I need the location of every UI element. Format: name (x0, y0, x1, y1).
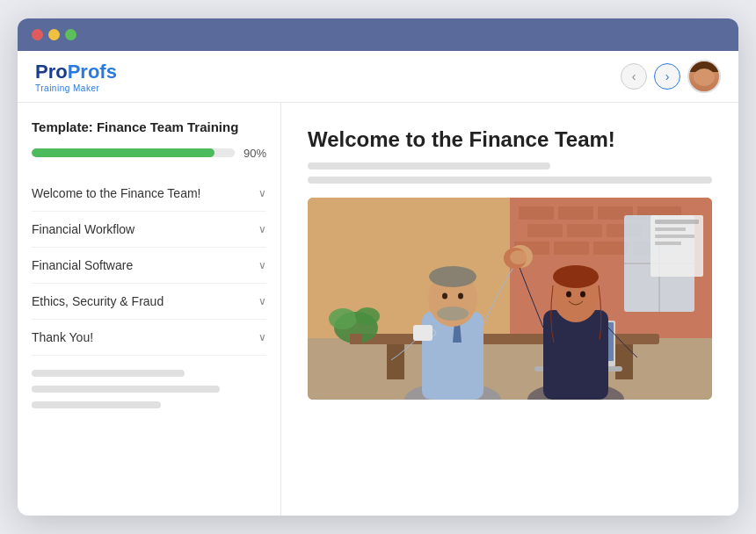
content-line-1 (308, 162, 550, 170)
sidebar-item-thank-you[interactable]: Thank You! ∨ (32, 320, 266, 356)
sidebar-item-financial-workflow[interactable]: Financial Workflow ∨ (32, 212, 266, 248)
content-line-2 (308, 177, 712, 184)
sidebar-item-label-welcome: Welcome to the Finance Team! (32, 186, 200, 200)
back-icon: ‹ (632, 69, 636, 83)
chevron-down-icon-2: ∨ (258, 223, 266, 235)
chevron-down-icon-5: ∨ (258, 331, 266, 343)
svg-rect-8 (567, 224, 602, 237)
browser-window: ProProfs Training Maker ‹ › Template (18, 18, 738, 516)
svg-rect-47 (655, 220, 699, 224)
template-title: Template: Finance Team Training (32, 119, 266, 136)
progress-percentage: 90% (244, 147, 266, 160)
svg-rect-50 (655, 242, 681, 245)
nav-forward-button[interactable]: › (654, 63, 680, 90)
content-image (308, 198, 712, 400)
sidebar-item-label-thankyou: Thank You! (32, 330, 93, 344)
sidebar-item-financial-software[interactable]: Financial Software ∨ (32, 248, 266, 284)
svg-rect-12 (593, 242, 629, 255)
svg-rect-24 (350, 334, 362, 344)
svg-rect-3 (519, 206, 554, 220)
svg-rect-16 (387, 344, 404, 379)
svg-rect-4 (558, 206, 593, 220)
forward-icon: › (665, 69, 670, 83)
nav-back-button[interactable]: ‹ (621, 63, 647, 90)
svg-rect-49 (655, 235, 694, 238)
svg-point-42 (580, 292, 585, 298)
traffic-light-red[interactable] (32, 29, 43, 40)
sidebar-item-welcome[interactable]: Welcome to the Finance Team! ∨ (32, 176, 266, 212)
svg-rect-7 (527, 224, 563, 237)
sidebar-item-label-software: Financial Software (32, 258, 133, 272)
svg-point-22 (329, 308, 357, 329)
main-content: Welcome to the Finance Team! (281, 103, 738, 516)
app-body: Template: Finance Team Training 90% Welc… (18, 103, 738, 516)
app-header: ProProfs Training Maker ‹ › (18, 51, 738, 103)
sidebar-item-label-workflow: Financial Workflow (32, 222, 134, 236)
svg-point-23 (355, 307, 380, 325)
logo-tagline: Training Maker (35, 83, 117, 93)
chevron-down-icon: ∨ (258, 187, 266, 199)
footer-bar-2 (32, 386, 220, 393)
progress-bar-row: 90% (32, 147, 266, 160)
logo-pro: Pro (35, 61, 68, 83)
sidebar-item-ethics[interactable]: Ethics, Security & Fraud ∨ (32, 284, 266, 320)
traffic-light-yellow[interactable] (48, 29, 60, 40)
logo-profs: Profs (68, 61, 117, 83)
svg-rect-14 (308, 338, 712, 400)
svg-point-41 (566, 292, 571, 298)
chevron-down-icon-4: ∨ (258, 295, 266, 307)
svg-rect-48 (655, 227, 686, 231)
logo-area: ProProfs Training Maker (35, 61, 117, 93)
svg-point-40 (553, 265, 599, 288)
progress-bar-fill (32, 148, 214, 157)
svg-rect-45 (413, 325, 433, 341)
traffic-light-green[interactable] (65, 29, 76, 40)
svg-point-35 (458, 293, 463, 299)
svg-point-33 (437, 307, 469, 321)
footer-bar-1 (32, 370, 185, 377)
svg-point-34 (442, 293, 447, 299)
traffic-lights (32, 29, 76, 40)
svg-rect-11 (554, 242, 589, 255)
footer-bar-3 (32, 401, 161, 408)
svg-point-32 (429, 266, 476, 287)
sidebar-footer (32, 370, 266, 408)
svg-point-44 (510, 250, 527, 264)
svg-rect-17 (615, 344, 633, 379)
sidebar: Template: Finance Team Training 90% Welc… (18, 103, 281, 516)
progress-bar-background (32, 148, 235, 157)
content-title: Welcome to the Finance Team! (308, 127, 712, 152)
header-nav: ‹ › (621, 60, 721, 93)
browser-chrome (18, 18, 738, 51)
svg-rect-38 (543, 310, 608, 400)
svg-rect-46 (651, 215, 703, 277)
user-avatar[interactable] (687, 60, 721, 93)
sidebar-item-label-ethics: Ethics, Security & Fraud (32, 294, 164, 308)
chevron-down-icon-3: ∨ (258, 259, 266, 271)
